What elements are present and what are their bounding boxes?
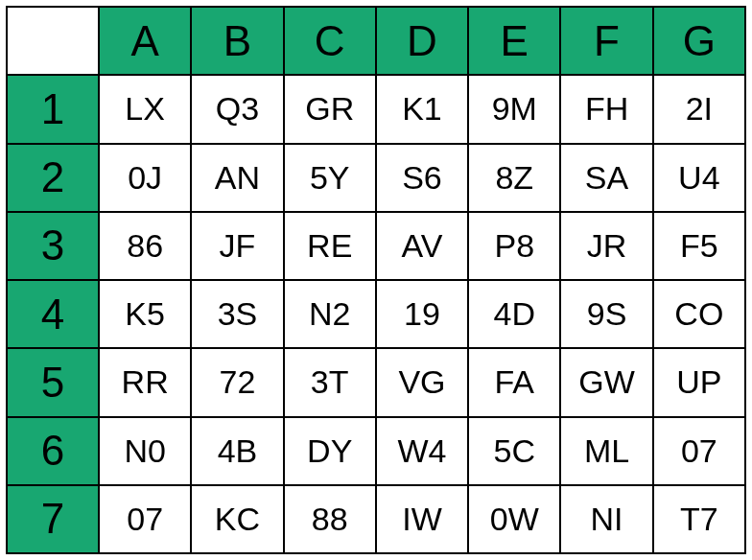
col-head-f: F [560,7,652,75]
cell-c5: 3T [284,348,376,416]
row-head-3: 3 [7,212,99,280]
row-head-2: 2 [7,144,99,212]
cell-a4: K5 [99,280,191,348]
cell-e6: 5C [468,417,560,485]
cell-f2: SA [560,144,652,212]
cell-a6: N0 [99,417,191,485]
table-row: 5 RR 72 3T VG FA GW UP [7,348,745,416]
cell-f3: JR [560,212,652,280]
table-row: 1 LX Q3 GR K1 9M FH 2I [7,75,745,143]
cell-e4: 4D [468,280,560,348]
cell-a3: 86 [99,212,191,280]
cell-b6: 4B [191,417,283,485]
cell-a2: 0J [99,144,191,212]
col-head-g: G [653,7,745,75]
data-grid: A B C D E F G 1 LX Q3 GR K1 9M FH 2I 2 0… [6,6,746,554]
cell-e5: FA [468,348,560,416]
cell-c7: 88 [284,485,376,553]
cell-d3: AV [376,212,468,280]
cell-e3: P8 [468,212,560,280]
cell-c3: RE [284,212,376,280]
col-head-e: E [468,7,560,75]
cell-f1: FH [560,75,652,143]
cell-f5: GW [560,348,652,416]
corner-cell [7,7,99,75]
header-row: A B C D E F G [7,7,745,75]
table-row: 2 0J AN 5Y S6 8Z SA U4 [7,144,745,212]
cell-g5: UP [653,348,745,416]
cell-d2: S6 [376,144,468,212]
cell-g6: 07 [653,417,745,485]
table-row: 7 07 KC 88 IW 0W NI T7 [7,485,745,553]
cell-e2: 8Z [468,144,560,212]
col-head-a: A [99,7,191,75]
row-head-6: 6 [7,417,99,485]
row-head-7: 7 [7,485,99,553]
table-row: 3 86 JF RE AV P8 JR F5 [7,212,745,280]
table-row: 6 N0 4B DY W4 5C ML 07 [7,417,745,485]
cell-a7: 07 [99,485,191,553]
cell-g1: 2I [653,75,745,143]
cell-g2: U4 [653,144,745,212]
cell-c4: N2 [284,280,376,348]
cell-c6: DY [284,417,376,485]
cell-e7: 0W [468,485,560,553]
cell-b1: Q3 [191,75,283,143]
cell-b3: JF [191,212,283,280]
row-head-5: 5 [7,348,99,416]
cell-d1: K1 [376,75,468,143]
cell-b4: 3S [191,280,283,348]
grid-container: A B C D E F G 1 LX Q3 GR K1 9M FH 2I 2 0… [0,0,752,560]
row-head-4: 4 [7,280,99,348]
cell-g3: F5 [653,212,745,280]
cell-e1: 9M [468,75,560,143]
cell-d6: W4 [376,417,468,485]
table-row: 4 K5 3S N2 19 4D 9S CO [7,280,745,348]
col-head-d: D [376,7,468,75]
cell-f7: NI [560,485,652,553]
cell-b7: KC [191,485,283,553]
cell-c1: GR [284,75,376,143]
cell-a5: RR [99,348,191,416]
cell-a1: LX [99,75,191,143]
cell-f6: ML [560,417,652,485]
cell-c2: 5Y [284,144,376,212]
cell-g7: T7 [653,485,745,553]
cell-d5: VG [376,348,468,416]
cell-b2: AN [191,144,283,212]
cell-d4: 19 [376,280,468,348]
cell-g4: CO [653,280,745,348]
cell-b5: 72 [191,348,283,416]
col-head-c: C [284,7,376,75]
cell-d7: IW [376,485,468,553]
row-head-1: 1 [7,75,99,143]
col-head-b: B [191,7,283,75]
cell-f4: 9S [560,280,652,348]
